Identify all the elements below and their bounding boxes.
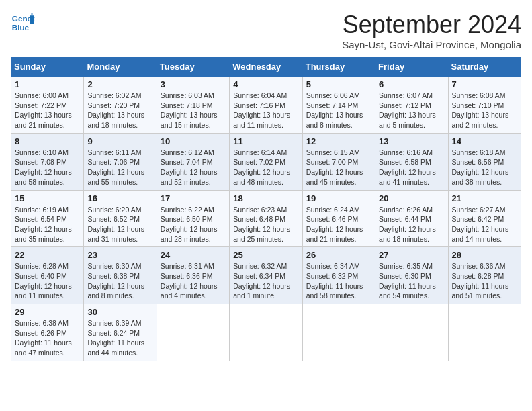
header: General Blue September 2024 Sayn-Ust, Go… <box>11 11 521 50</box>
calendar-cell: 30 Sunrise: 6:39 AM Sunset: 6:24 PM Dayl… <box>84 304 157 361</box>
calendar-cell: 5 Sunrise: 6:06 AM Sunset: 7:14 PM Dayli… <box>302 77 375 134</box>
calendar-cell <box>448 304 521 361</box>
day-number: 25 <box>233 250 298 260</box>
day-info: Sunrise: 6:08 AM Sunset: 7:10 PM Dayligh… <box>452 91 517 130</box>
calendar-cell <box>375 304 448 361</box>
day-number: 11 <box>233 136 298 146</box>
subtitle: Sayn-Ust, Govi-Altai Province, Mongolia <box>342 39 521 50</box>
calendar-cell: 10 Sunrise: 6:12 AM Sunset: 7:04 PM Dayl… <box>157 133 229 190</box>
calendar-header: SundayMondayTuesdayWednesdayThursdayFrid… <box>11 58 521 77</box>
day-info: Sunrise: 6:30 AM Sunset: 6:38 PM Dayligh… <box>87 261 152 301</box>
calendar-cell: 3 Sunrise: 6:03 AM Sunset: 7:18 PM Dayli… <box>157 77 229 134</box>
svg-text:Blue: Blue <box>12 23 30 32</box>
day-number: 14 <box>452 136 517 146</box>
svg-marker-3 <box>32 13 33 16</box>
day-info: Sunrise: 6:12 AM Sunset: 7:04 PM Dayligh… <box>161 148 226 187</box>
day-info: Sunrise: 6:19 AM Sunset: 6:54 PM Dayligh… <box>15 205 80 244</box>
day-number: 27 <box>379 250 444 260</box>
day-number: 1 <box>15 79 80 89</box>
calendar-cell: 19 Sunrise: 6:24 AM Sunset: 6:46 PM Dayl… <box>302 190 375 247</box>
day-number: 2 <box>87 79 152 89</box>
day-info: Sunrise: 6:06 AM Sunset: 7:14 PM Dayligh… <box>306 91 371 130</box>
calendar-cell <box>157 304 229 361</box>
day-number: 3 <box>161 79 226 89</box>
day-info: Sunrise: 6:15 AM Sunset: 7:00 PM Dayligh… <box>306 148 371 187</box>
day-number: 16 <box>87 193 152 203</box>
week-row-3: 15 Sunrise: 6:19 AM Sunset: 6:54 PM Dayl… <box>11 190 521 247</box>
day-number: 12 <box>306 136 371 146</box>
day-info: Sunrise: 6:07 AM Sunset: 7:12 PM Dayligh… <box>379 91 444 130</box>
header-day-friday: Friday <box>375 58 448 77</box>
day-number: 29 <box>15 307 80 317</box>
calendar-cell: 9 Sunrise: 6:11 AM Sunset: 7:06 PM Dayli… <box>84 133 157 190</box>
calendar-cell: 1 Sunrise: 6:00 AM Sunset: 7:22 PM Dayli… <box>11 77 84 134</box>
day-number: 7 <box>452 79 517 89</box>
day-info: Sunrise: 6:36 AM Sunset: 6:28 PM Dayligh… <box>452 261 517 301</box>
calendar-cell: 16 Sunrise: 6:20 AM Sunset: 6:52 PM Dayl… <box>84 190 157 247</box>
week-row-5: 29 Sunrise: 6:38 AM Sunset: 6:26 PM Dayl… <box>11 304 521 361</box>
calendar-cell: 25 Sunrise: 6:32 AM Sunset: 6:34 PM Dayl… <box>230 247 302 304</box>
calendar-cell <box>302 304 375 361</box>
header-row: SundayMondayTuesdayWednesdayThursdayFrid… <box>11 58 521 77</box>
calendar-cell: 4 Sunrise: 6:04 AM Sunset: 7:16 PM Dayli… <box>230 77 302 134</box>
calendar-body: 1 Sunrise: 6:00 AM Sunset: 7:22 PM Dayli… <box>11 77 521 361</box>
day-info: Sunrise: 6:14 AM Sunset: 7:02 PM Dayligh… <box>233 148 298 187</box>
calendar-cell: 7 Sunrise: 6:08 AM Sunset: 7:10 PM Dayli… <box>448 77 521 134</box>
day-info: Sunrise: 6:00 AM Sunset: 7:22 PM Dayligh… <box>15 91 80 130</box>
day-info: Sunrise: 6:27 AM Sunset: 6:42 PM Dayligh… <box>452 205 517 244</box>
day-info: Sunrise: 6:04 AM Sunset: 7:16 PM Dayligh… <box>233 91 298 130</box>
day-info: Sunrise: 6:18 AM Sunset: 6:56 PM Dayligh… <box>452 148 517 187</box>
day-number: 6 <box>379 79 444 89</box>
day-info: Sunrise: 6:24 AM Sunset: 6:46 PM Dayligh… <box>306 205 371 244</box>
calendar-cell: 2 Sunrise: 6:02 AM Sunset: 7:20 PM Dayli… <box>84 77 157 134</box>
day-number: 20 <box>379 193 444 203</box>
day-info: Sunrise: 6:10 AM Sunset: 7:08 PM Dayligh… <box>15 148 80 187</box>
title-area: September 2024 Sayn-Ust, Govi-Altai Prov… <box>342 11 521 50</box>
header-day-thursday: Thursday <box>302 58 375 77</box>
day-number: 22 <box>15 250 80 260</box>
day-number: 24 <box>161 250 226 260</box>
calendar-cell: 29 Sunrise: 6:38 AM Sunset: 6:26 PM Dayl… <box>11 304 84 361</box>
calendar-cell: 15 Sunrise: 6:19 AM Sunset: 6:54 PM Dayl… <box>11 190 84 247</box>
day-info: Sunrise: 6:26 AM Sunset: 6:44 PM Dayligh… <box>379 205 444 244</box>
day-number: 5 <box>306 79 371 89</box>
day-info: Sunrise: 6:20 AM Sunset: 6:52 PM Dayligh… <box>87 205 152 244</box>
day-info: Sunrise: 6:35 AM Sunset: 6:30 PM Dayligh… <box>379 261 444 301</box>
day-number: 13 <box>379 136 444 146</box>
day-info: Sunrise: 6:38 AM Sunset: 6:26 PM Dayligh… <box>15 318 80 358</box>
day-number: 21 <box>452 193 517 203</box>
day-info: Sunrise: 6:31 AM Sunset: 6:36 PM Dayligh… <box>161 261 226 301</box>
day-number: 9 <box>87 136 152 146</box>
day-number: 30 <box>87 307 152 317</box>
day-number: 26 <box>306 250 371 260</box>
calendar-cell <box>230 304 302 361</box>
calendar-cell: 8 Sunrise: 6:10 AM Sunset: 7:08 PM Dayli… <box>11 133 84 190</box>
day-info: Sunrise: 6:39 AM Sunset: 6:24 PM Dayligh… <box>87 318 152 358</box>
day-info: Sunrise: 6:28 AM Sunset: 6:40 PM Dayligh… <box>15 261 80 301</box>
week-row-1: 1 Sunrise: 6:00 AM Sunset: 7:22 PM Dayli… <box>11 77 521 134</box>
day-info: Sunrise: 6:03 AM Sunset: 7:18 PM Dayligh… <box>161 91 226 130</box>
calendar-cell: 17 Sunrise: 6:22 AM Sunset: 6:50 PM Dayl… <box>157 190 229 247</box>
header-day-monday: Monday <box>84 58 157 77</box>
calendar-cell: 14 Sunrise: 6:18 AM Sunset: 6:56 PM Dayl… <box>448 133 521 190</box>
day-info: Sunrise: 6:32 AM Sunset: 6:34 PM Dayligh… <box>233 261 298 301</box>
day-info: Sunrise: 6:02 AM Sunset: 7:20 PM Dayligh… <box>87 91 152 130</box>
svg-marker-2 <box>30 15 34 24</box>
calendar-cell: 27 Sunrise: 6:35 AM Sunset: 6:30 PM Dayl… <box>375 247 448 304</box>
month-title: September 2024 <box>342 11 521 39</box>
logo-icon: General Blue <box>11 11 35 35</box>
calendar-cell: 6 Sunrise: 6:07 AM Sunset: 7:12 PM Dayli… <box>375 77 448 134</box>
calendar-cell: 26 Sunrise: 6:34 AM Sunset: 6:32 PM Dayl… <box>302 247 375 304</box>
day-number: 28 <box>452 250 517 260</box>
day-info: Sunrise: 6:34 AM Sunset: 6:32 PM Dayligh… <box>306 261 371 301</box>
logo: General Blue <box>11 11 35 35</box>
day-number: 19 <box>306 193 371 203</box>
day-number: 8 <box>15 136 80 146</box>
day-info: Sunrise: 6:22 AM Sunset: 6:50 PM Dayligh… <box>161 205 226 244</box>
calendar-cell: 28 Sunrise: 6:36 AM Sunset: 6:28 PM Dayl… <box>448 247 521 304</box>
calendar-cell: 12 Sunrise: 6:15 AM Sunset: 7:00 PM Dayl… <box>302 133 375 190</box>
day-number: 18 <box>233 193 298 203</box>
calendar-cell: 23 Sunrise: 6:30 AM Sunset: 6:38 PM Dayl… <box>84 247 157 304</box>
calendar-cell: 11 Sunrise: 6:14 AM Sunset: 7:02 PM Dayl… <box>230 133 302 190</box>
header-day-tuesday: Tuesday <box>157 58 229 77</box>
